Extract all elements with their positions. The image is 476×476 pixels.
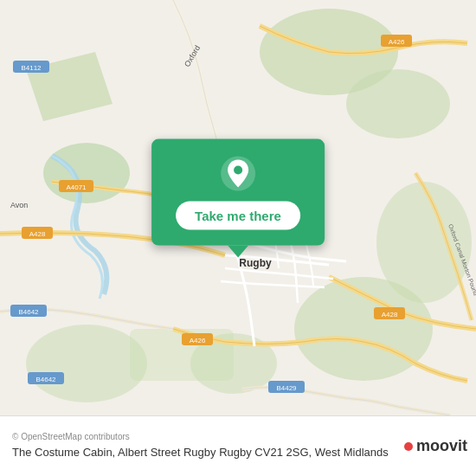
map-container: B4112 A426 A4071 A428 A428 A426 B4642 B4… [0,0,476,415]
svg-text:A426: A426 [389,38,405,46]
svg-text:A4071: A4071 [66,183,87,191]
svg-text:B4429: B4429 [276,384,297,392]
svg-point-4 [43,143,130,203]
svg-point-33 [234,166,242,175]
svg-text:Rugby: Rugby [239,257,272,269]
moovit-dot-icon [404,442,413,451]
address-text: The Costume Cabin, Albert Street Rugby R… [12,445,396,460]
take-me-there-button[interactable]: Take me there [176,202,300,230]
svg-text:A426: A426 [190,337,206,344]
footer-left: © OpenStreetMap contributors The Costume… [12,432,396,460]
location-pin-icon [219,155,257,193]
footer: © OpenStreetMap contributors The Costume… [0,415,476,476]
svg-text:B4642: B4642 [18,308,39,316]
popup-overlay: Take me there [151,139,325,258]
svg-text:A428: A428 [382,311,398,318]
svg-text:Avon: Avon [10,201,28,209]
svg-point-7 [26,325,147,402]
svg-text:A428: A428 [29,230,46,238]
popup-tail [228,246,248,258]
moovit-logo-text: moovit [416,437,467,455]
attribution-text: © OpenStreetMap contributors [12,432,396,441]
location-card: Take me there [151,139,325,246]
svg-point-2 [346,69,450,138]
svg-text:B4112: B4112 [21,64,42,72]
svg-text:B4642: B4642 [35,376,56,383]
moovit-logo: moovit [396,437,467,455]
